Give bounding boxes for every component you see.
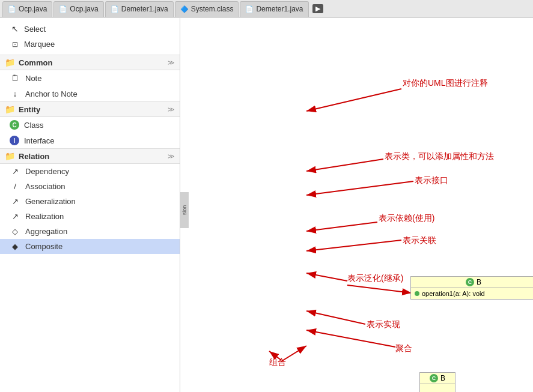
- generalization-icon: ↗: [10, 197, 20, 206]
- common-section-header[interactable]: 📁 Common ≫: [0, 55, 180, 70]
- aggregation-item[interactable]: ◇ Aggregation: [0, 224, 180, 239]
- uml-box-b2-title: C B: [411, 277, 533, 288]
- annotation-class: 表示类，可以添加属性和方法: [385, 151, 494, 162]
- svg-line-6: [306, 273, 347, 281]
- anchor-icon: ↓: [10, 89, 20, 98]
- tools-section: ↖ Select ⊡ Marquee: [0, 18, 180, 55]
- class-label: Class: [24, 121, 44, 130]
- entity-folder-icon: 📁: [5, 104, 15, 114]
- svg-line-1: [306, 89, 401, 111]
- marquee-icon: ⊡: [10, 40, 20, 49]
- anchor-label: Anchor to Note: [25, 89, 78, 98]
- canvas-area: sion: [180, 18, 533, 392]
- composite-item[interactable]: ◆ Composite: [0, 239, 180, 254]
- common-expand-icon: ≫: [168, 59, 175, 67]
- generalization-item[interactable]: ↗ Generalization: [0, 194, 180, 209]
- realization-label: Realization: [25, 212, 64, 221]
- tab-system[interactable]: 🔷 System.class: [175, 1, 239, 17]
- note-label: Note: [25, 74, 41, 83]
- entity-section-label: Entity: [19, 105, 40, 114]
- svg-line-4: [306, 222, 377, 231]
- tab-label-ocp1: Ocp.java: [19, 5, 47, 13]
- uml-b2-class-icon: C: [466, 278, 474, 286]
- svg-line-7: [347, 285, 412, 293]
- annotation-note: 对你的UML图进行注释: [403, 78, 488, 89]
- common-folder-icon: 📁: [5, 58, 15, 67]
- select-tool[interactable]: ↖ Select: [5, 22, 175, 36]
- tab-ocp1[interactable]: 📄 Ocp.java: [2, 1, 52, 17]
- dependency-label: Dependency: [25, 167, 69, 176]
- realization-icon: ↗: [10, 212, 20, 221]
- uml-box-b3-title: C B: [420, 373, 455, 384]
- common-items: 🗒 Note ↓ Anchor to Note: [0, 70, 180, 101]
- relation-section-header[interactable]: 📁 Relation ≫: [0, 148, 180, 164]
- annotation-association: 表示关联: [403, 235, 436, 246]
- realization-item[interactable]: ↗ Realization: [0, 209, 180, 224]
- relation-section-left: 📁 Relation: [5, 151, 49, 161]
- relation-section-label: Relation: [19, 152, 49, 161]
- tab-demeter2[interactable]: 📄 Demeter1.java: [240, 1, 308, 17]
- annotation-interface: 表示接口: [415, 175, 448, 186]
- side-label-strip: sion: [180, 192, 189, 228]
- common-section-left: 📁 Common: [5, 58, 52, 67]
- class-icon: C: [10, 120, 19, 130]
- annotation-generalization: 表示泛化(继承): [347, 273, 403, 284]
- tab-label-ocp2: Ocp.java: [70, 5, 98, 13]
- annotation-composite: 组合: [269, 357, 286, 368]
- class-item[interactable]: C Class: [0, 117, 180, 133]
- association-label: Association: [25, 182, 65, 191]
- annotation-dependency: 表示依赖(使用): [379, 213, 434, 224]
- dependency-icon: ↗: [10, 167, 20, 176]
- association-item[interactable]: / Association: [0, 179, 180, 194]
- aggregation-icon: ◇: [10, 227, 20, 236]
- marquee-tool[interactable]: ⊡ Marquee: [5, 37, 175, 51]
- interface-item[interactable]: I Interface: [0, 133, 180, 148]
- interface-label: Interface: [24, 136, 55, 145]
- uml-box-b2: C B operation1(a: A): void: [410, 276, 533, 300]
- side-label-text: sion: [181, 205, 187, 216]
- relation-folder-icon: 📁: [5, 151, 15, 161]
- entity-section-left: 📁 Entity: [5, 104, 40, 114]
- generalization-label: Generalization: [25, 197, 76, 206]
- tab-label-demeter1: Demeter1.java: [121, 5, 168, 13]
- entity-items: C Class I Interface: [0, 117, 180, 148]
- sidebar: ↖ Select ⊡ Marquee 📁 Common ≫ 🗒 Note ↓: [0, 18, 180, 392]
- annotation-realization: 表示实现: [367, 319, 400, 330]
- dependency-item[interactable]: ↗ Dependency: [0, 164, 180, 179]
- svg-line-5: [306, 240, 401, 251]
- svg-line-2: [306, 159, 383, 171]
- svg-line-3: [306, 181, 413, 195]
- aggregation-label: Aggregation: [25, 227, 67, 236]
- tab-icon-system: 🔷: [180, 5, 189, 13]
- select-icon: ↖: [10, 24, 20, 34]
- tab-label-demeter2: Demeter1.java: [256, 5, 303, 13]
- arrows-overlay: [180, 18, 533, 392]
- composite-label: Composite: [25, 242, 62, 251]
- note-item[interactable]: 🗒 Note: [0, 70, 180, 86]
- marquee-label: Marquee: [24, 40, 55, 49]
- tab-label-system: System.class: [191, 5, 234, 13]
- uml-box-b2-body: operation1(a: A): void: [411, 288, 533, 299]
- entity-section-header[interactable]: 📁 Entity ≫: [0, 101, 180, 117]
- uml-b3-class-icon: C: [430, 374, 438, 382]
- svg-line-8: [306, 311, 365, 324]
- anchor-to-note-item[interactable]: ↓ Anchor to Note: [0, 86, 180, 101]
- entity-expand-icon: ≫: [168, 106, 175, 113]
- tab-icon-ocp1: 📄: [8, 5, 16, 13]
- uml-box-b3: C B: [419, 372, 455, 392]
- main-area: ↖ Select ⊡ Marquee 📁 Common ≫ 🗒 Note ↓: [0, 18, 533, 392]
- note-icon: 🗒: [10, 73, 20, 83]
- select-label: Select: [24, 25, 46, 34]
- tab-icon-ocp2: 📄: [59, 5, 67, 13]
- common-section-label: Common: [19, 58, 52, 67]
- uml-b2-method1: operation1(a: A): void: [415, 289, 532, 298]
- tab-icon-demeter1: 📄: [111, 5, 119, 13]
- interface-icon: I: [10, 136, 19, 145]
- association-icon: /: [10, 182, 20, 191]
- uml-box-b3-body: [420, 384, 455, 390]
- tab-demeter1[interactable]: 📄 Demeter1.java: [105, 1, 174, 17]
- svg-line-9: [306, 330, 395, 347]
- tab-overflow[interactable]: ▶: [312, 4, 323, 13]
- composite-icon: ◆: [10, 242, 20, 251]
- tab-ocp2[interactable]: 📄 Ocp.java: [53, 1, 103, 17]
